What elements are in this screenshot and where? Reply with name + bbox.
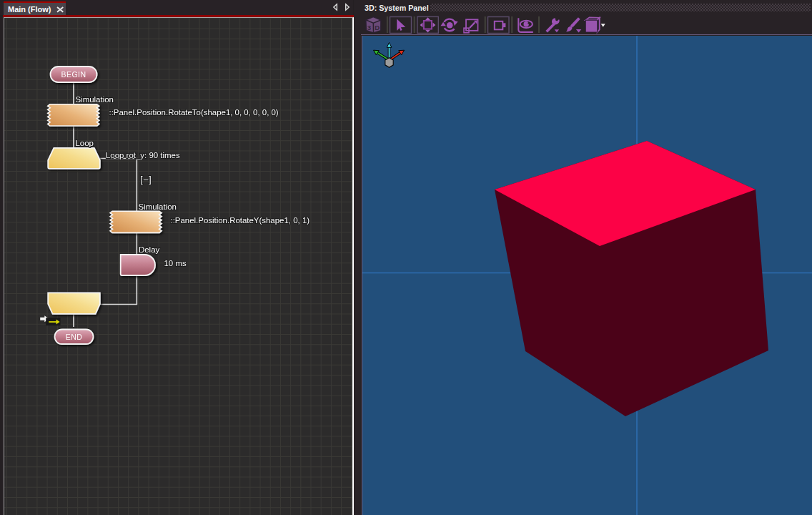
svg-text:Simulation: Simulation [139,202,177,211]
svg-text:Loop: Loop [76,139,94,147]
svg-text:Delay: Delay [139,245,160,254]
svg-text:D: D [375,24,380,31]
svg-text:::Panel.Position.RotateY(shape: ::Panel.Position.RotateY(shape1, 0, 1) [171,216,310,225]
svg-text:::Panel.Position.RotateTo(shap: ::Panel.Position.RotateTo(shape1, 0, 0, … [109,108,279,117]
svg-text:10 ms: 10 ms [164,259,187,268]
svg-text:END: END [66,333,83,341]
svg-text:3: 3 [367,24,371,31]
svg-text:Simulation: Simulation [76,95,114,104]
svg-text:Loop rot_y: 90 times: Loop rot_y: 90 times [106,151,180,160]
svg-text:[ – ]: [ – ] [140,175,151,185]
svg-text:BEGIN: BEGIN [61,70,86,79]
